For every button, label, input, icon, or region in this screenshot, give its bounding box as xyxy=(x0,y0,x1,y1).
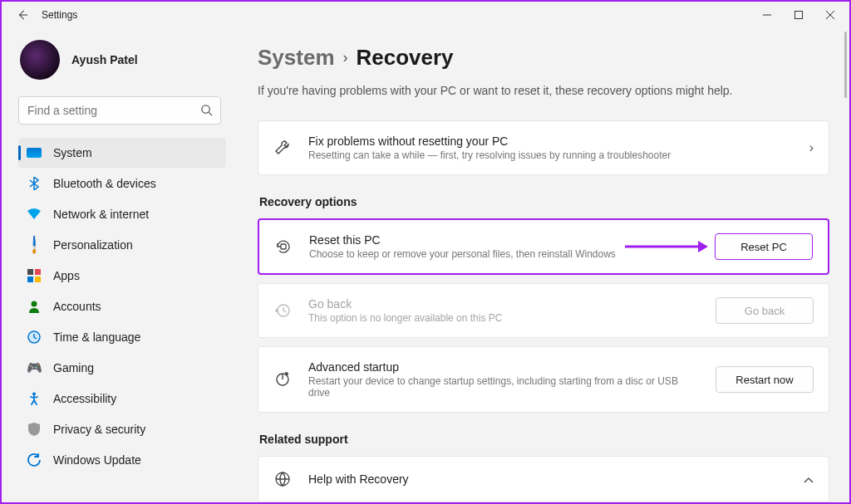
card-subtitle: Choose to keep or remove your personal f… xyxy=(309,248,698,260)
fix-problems-card[interactable]: Fix problems without resetting your PC R… xyxy=(258,120,829,175)
power-icon xyxy=(273,370,292,389)
chevron-right-icon: › xyxy=(343,49,348,66)
sidebar-item-label: Network & internet xyxy=(53,208,149,221)
avatar xyxy=(20,40,60,80)
sidebar-item-time[interactable]: Time & language xyxy=(18,322,226,352)
svg-rect-1 xyxy=(795,12,803,19)
accessibility-icon xyxy=(27,391,42,406)
search-icon[interactable] xyxy=(200,104,213,120)
sidebar-item-label: Privacy & security xyxy=(53,423,145,436)
svg-point-4 xyxy=(202,105,209,113)
sidebar-item-label: Accounts xyxy=(53,300,101,313)
sidebar-item-gaming[interactable]: 🎮Gaming xyxy=(18,353,226,383)
advanced-startup-card: Advanced startup Restart your device to … xyxy=(258,346,829,413)
intro-text: If you're having problems with your PC o… xyxy=(258,84,829,97)
svg-rect-8 xyxy=(27,276,33,282)
card-subtitle: Restart your device to change startup se… xyxy=(308,375,699,399)
sidebar-item-system[interactable]: System xyxy=(18,138,226,168)
reset-pc-button[interactable]: Reset PC xyxy=(715,233,813,260)
help-recovery-card[interactable]: Help with Recovery xyxy=(258,456,829,502)
card-title: Help with Recovery xyxy=(308,472,787,486)
chevron-up-icon xyxy=(804,472,814,487)
profile[interactable]: Ayush Patel xyxy=(18,40,226,80)
breadcrumb-current: Recovery xyxy=(357,45,454,71)
sidebar-item-label: Windows Update xyxy=(53,453,141,467)
card-title: Reset this PC xyxy=(309,233,698,247)
reset-icon xyxy=(274,237,293,256)
sidebar-item-apps[interactable]: Apps xyxy=(18,261,226,291)
card-title: Advanced startup xyxy=(308,360,699,374)
go-back-card: Go back This option is no longer availab… xyxy=(258,283,829,338)
svg-rect-9 xyxy=(35,276,41,282)
recovery-options-heading: Recovery options xyxy=(259,195,829,208)
restart-now-button[interactable]: Restart now xyxy=(716,366,814,393)
nav: System Bluetooth & devices Network & int… xyxy=(18,138,226,475)
sidebar-item-network[interactable]: Network & internet xyxy=(18,199,226,229)
svg-rect-14 xyxy=(281,244,286,249)
sidebar-item-label: System xyxy=(53,146,92,159)
reset-pc-card: Reset this PC Choose to keep or remove y… xyxy=(258,218,829,275)
card-title: Fix problems without resetting your PC xyxy=(308,135,793,148)
close-button[interactable] xyxy=(814,3,846,27)
sidebar-item-label: Personalization xyxy=(53,238,133,252)
scrollbar[interactable] xyxy=(844,32,847,98)
titlebar: Settings xyxy=(2,2,849,28)
svg-point-13 xyxy=(32,393,36,396)
svg-rect-6 xyxy=(27,269,33,275)
accounts-icon xyxy=(27,299,42,314)
svg-line-5 xyxy=(209,112,212,115)
update-icon xyxy=(27,453,42,467)
card-subtitle: This option is no longer available on th… xyxy=(308,312,699,324)
clock-icon xyxy=(27,330,42,345)
sidebar-item-accounts[interactable]: Accounts xyxy=(18,291,226,321)
sidebar-item-label: Gaming xyxy=(53,361,94,374)
apps-icon xyxy=(27,268,42,283)
shield-icon xyxy=(27,422,42,437)
personalization-icon: 🖌️ xyxy=(23,234,44,255)
network-icon xyxy=(27,207,42,222)
go-back-button: Go back xyxy=(716,297,814,324)
globe-icon xyxy=(273,470,292,488)
sidebar-item-accessibility[interactable]: Accessibility xyxy=(18,384,226,413)
sidebar-item-bluetooth[interactable]: Bluetooth & devices xyxy=(18,169,226,198)
chevron-right-icon: › xyxy=(809,140,814,155)
svg-rect-7 xyxy=(35,269,41,275)
profile-name: Ayush Patel xyxy=(71,53,138,66)
gaming-icon: 🎮 xyxy=(27,360,42,375)
main-content: System › Recovery If you're having probl… xyxy=(233,28,849,502)
sidebar-item-personalization[interactable]: 🖌️Personalization xyxy=(18,230,226,260)
card-subtitle: Resetting can take a while — first, try … xyxy=(308,149,793,161)
svg-point-10 xyxy=(32,301,37,307)
back-button[interactable] xyxy=(17,9,28,21)
related-support-heading: Related support xyxy=(259,433,829,446)
card-title: Go back xyxy=(308,297,699,311)
search-input[interactable] xyxy=(18,96,221,125)
sidebar-item-update[interactable]: Windows Update xyxy=(18,445,226,475)
breadcrumb: System › Recovery xyxy=(258,45,829,71)
sidebar-item-label: Apps xyxy=(53,269,80,282)
sidebar-item-label: Bluetooth & devices xyxy=(53,177,156,190)
system-icon xyxy=(27,145,42,160)
breadcrumb-parent[interactable]: System xyxy=(258,45,335,71)
sidebar-item-privacy[interactable]: Privacy & security xyxy=(18,414,226,444)
window-title: Settings xyxy=(42,9,77,21)
sidebar-item-label: Time & language xyxy=(53,330,140,344)
sidebar: Ayush Patel System Bluetooth & devices N… xyxy=(2,28,233,502)
wrench-icon xyxy=(273,139,292,157)
sidebar-item-label: Accessibility xyxy=(53,392,116,405)
minimize-button[interactable] xyxy=(751,3,783,27)
history-icon xyxy=(273,301,292,320)
maximize-button[interactable] xyxy=(783,3,814,27)
bluetooth-icon xyxy=(27,176,42,191)
